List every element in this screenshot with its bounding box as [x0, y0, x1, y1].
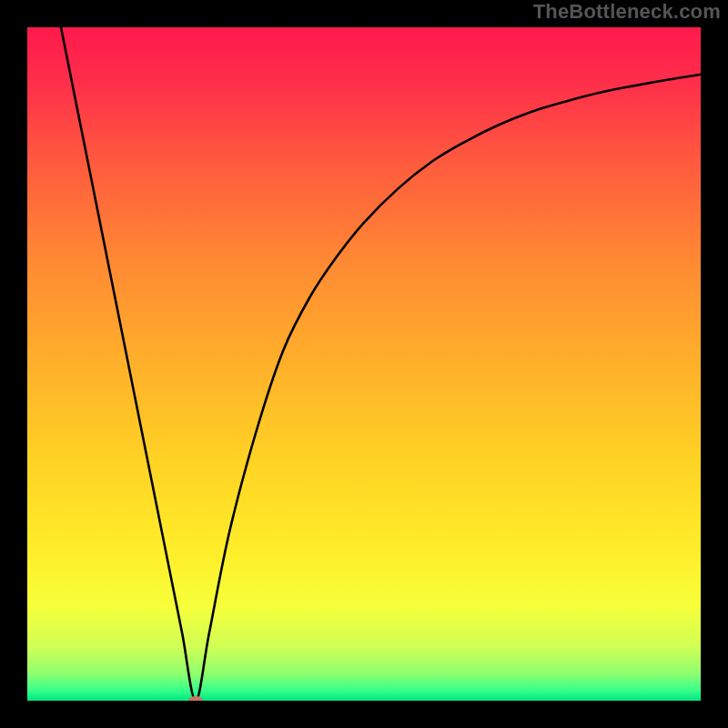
bottleneck-curve — [61, 27, 701, 701]
plot-area — [27, 27, 701, 701]
curve-layer — [27, 27, 701, 701]
chart-frame: TheBottleneck.com — [0, 0, 728, 728]
watermark-text: TheBottleneck.com — [533, 0, 721, 24]
optimum-point-marker — [188, 696, 203, 701]
